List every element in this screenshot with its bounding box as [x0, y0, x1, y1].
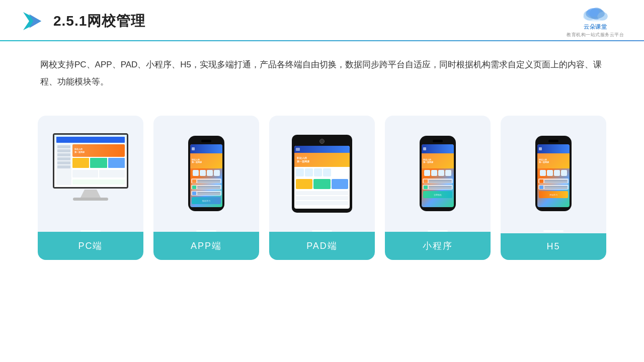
page-title: 2.5.1网校管理 [53, 12, 145, 31]
tablet-device: 职达人的第一堂网课 [292, 135, 352, 213]
monitor-device: 职达人的第一堂网课 [48, 133, 133, 214]
phone-device-h5: 职达人的第一堂网课 [535, 136, 572, 211]
card-h5-label: H5 [501, 233, 606, 260]
card-app-image: 职达人的第一堂网课 [153, 116, 259, 226]
card-h5-divider [543, 230, 564, 232]
card-pad-image: 职达人的第一堂网课 [269, 116, 375, 226]
header: 2.5.1网校管理 云朵课堂 教育机构一站式服务云平台 [0, 0, 644, 33]
description-text: 网校支持PC、APP、PAD、小程序、H5，实现多端打通，产品各终端自由切换，数… [0, 41, 644, 96]
logo-arrow-icon [20, 9, 44, 33]
card-pc-image: 职达人的第一堂网课 [38, 116, 143, 226]
brand-name: 云朵课堂 [584, 23, 607, 31]
card-pad: 职达人的第一堂网课 [269, 116, 375, 260]
brand-icon [580, 5, 610, 23]
brand-logo: 云朵课堂 教育机构一站式服务云平台 [567, 5, 624, 38]
card-miniapp: 职达人的第一堂网课 [385, 116, 491, 260]
card-pad-label: PAD端 [269, 232, 375, 260]
platform-cards: 职达人的第一堂网课 [0, 101, 644, 260]
card-app: 职达人的第一堂网课 [153, 116, 259, 260]
card-pc-label: PC端 [38, 232, 143, 260]
card-pc: 职达人的第一堂网课 [38, 116, 143, 260]
phone-device: 职达人的第一堂网课 [188, 136, 224, 211]
card-app-label: APP端 [153, 232, 259, 260]
card-h5: 职达人的第一堂网课 [501, 116, 606, 260]
card-h5-image: 职达人的第一堂网课 [501, 116, 606, 226]
phone-device-miniapp: 职达人的第一堂网课 [420, 136, 456, 211]
card-miniapp-label: 小程序 [385, 232, 491, 260]
svg-point-7 [587, 8, 599, 17]
card-miniapp-image: 职达人的第一堂网课 [385, 116, 491, 226]
brand-sub: 教育机构一站式服务云平台 [567, 32, 624, 38]
